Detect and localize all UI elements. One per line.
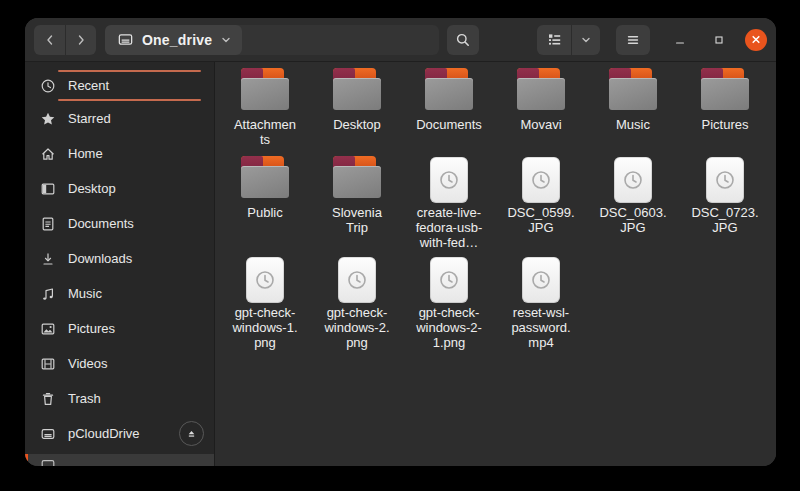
desktop-background: One_drive bbox=[0, 0, 800, 491]
sidebar-item-label: pCloudDrive bbox=[68, 426, 167, 441]
file-name-label: Desktop bbox=[333, 117, 381, 132]
pending-thumbnail-icon bbox=[430, 257, 468, 303]
current-location-button[interactable]: One_drive bbox=[105, 25, 242, 55]
minimize-button[interactable] bbox=[668, 28, 692, 52]
sidebar-item-label: Documents bbox=[68, 216, 204, 231]
list-view-button[interactable] bbox=[537, 25, 571, 55]
sidebar-item-pictures[interactable]: Pictures bbox=[25, 311, 214, 346]
sidebar-item-starred[interactable]: Starred bbox=[25, 101, 214, 136]
folder-icon bbox=[333, 68, 381, 110]
pending-thumbnail-icon bbox=[614, 157, 652, 203]
grid-item-reset-wsl-password[interactable]: reset-wsl- password. mp4 bbox=[495, 256, 587, 356]
file-name-label: DSC_0603. JPG bbox=[599, 205, 666, 235]
download-icon bbox=[40, 251, 56, 267]
clock-glyph bbox=[530, 169, 552, 191]
sidebar-item-label: Downloads bbox=[68, 251, 204, 266]
pending-thumbnail-icon bbox=[522, 157, 560, 203]
music-note-icon bbox=[40, 286, 56, 302]
sidebar-item-downloads[interactable]: Downloads bbox=[25, 241, 214, 276]
maximize-button[interactable] bbox=[707, 28, 731, 52]
grid-item-slovenia-trip[interactable]: Slovenia Trip bbox=[311, 156, 403, 256]
sidebar-item-videos[interactable]: Videos bbox=[25, 346, 214, 381]
folder-icon bbox=[517, 68, 565, 110]
pending-thumbnail-icon bbox=[430, 157, 468, 203]
maximize-icon bbox=[713, 33, 725, 47]
list-view-icon bbox=[547, 32, 562, 47]
clock-glyph bbox=[438, 169, 460, 191]
grid-item-pictures[interactable]: Pictures bbox=[679, 68, 771, 156]
sidebar-item-home[interactable]: Home bbox=[25, 136, 214, 171]
chevron-down-icon bbox=[220, 34, 232, 46]
file-name-label: reset-wsl- password. mp4 bbox=[511, 305, 570, 350]
recent-clock-icon bbox=[40, 78, 56, 94]
home-icon bbox=[40, 146, 56, 162]
minimize-icon bbox=[674, 33, 686, 47]
pending-thumbnail-icon bbox=[522, 257, 560, 303]
grid-item-dsc-0723[interactable]: DSC_0723. JPG bbox=[679, 156, 771, 256]
close-icon bbox=[751, 34, 761, 45]
path-bar: One_drive bbox=[105, 25, 439, 55]
film-icon bbox=[40, 356, 56, 372]
sidebar: Recent Starred Home Desktop Documents bbox=[25, 62, 215, 466]
grid-item-documents[interactable]: Documents bbox=[403, 68, 495, 156]
close-button[interactable] bbox=[745, 29, 767, 51]
grid-item-attachments[interactable]: Attachmen ts bbox=[219, 68, 311, 156]
header-right-controls bbox=[537, 25, 767, 55]
file-name-label: Attachmen ts bbox=[234, 117, 296, 147]
sidebar-item-label: Desktop bbox=[68, 181, 204, 196]
sidebar-item-label: Recent bbox=[68, 78, 204, 93]
grid-item-gpt-check-windows-1[interactable]: gpt-check- windows-1. png bbox=[219, 256, 311, 356]
hamburger-menu-button[interactable] bbox=[616, 25, 650, 55]
folder-icon bbox=[241, 68, 289, 110]
file-browser-content: Attachmen ts Desktop Documents Movavi Mu… bbox=[215, 62, 776, 466]
file-name-label: Movavi bbox=[520, 117, 561, 132]
trash-icon bbox=[40, 391, 56, 407]
sidebar-item-label: Music bbox=[68, 286, 204, 301]
file-name-label: DSC_0723. JPG bbox=[691, 205, 758, 235]
drive-icon bbox=[40, 426, 56, 442]
grid-item-gpt-check-windows-2-1[interactable]: gpt-check- windows-2- 1.png bbox=[403, 256, 495, 356]
back-button[interactable] bbox=[34, 25, 65, 55]
sidebar-item-music[interactable]: Music bbox=[25, 276, 214, 311]
grid-item-music[interactable]: Music bbox=[587, 68, 679, 156]
navigation-buttons bbox=[34, 25, 96, 55]
files-window: One_drive bbox=[25, 18, 776, 466]
pending-thumbnail-icon bbox=[338, 257, 376, 303]
grid-item-gpt-check-windows-2[interactable]: gpt-check- windows-2. png bbox=[311, 256, 403, 356]
picture-icon bbox=[40, 321, 56, 337]
grid-item-public[interactable]: Public bbox=[219, 156, 311, 256]
sidebar-item-pclouddrive[interactable]: pCloudDrive bbox=[25, 416, 214, 451]
pending-thumbnail-icon bbox=[246, 257, 284, 303]
clock-glyph bbox=[714, 169, 736, 191]
file-name-label: Music bbox=[616, 117, 650, 132]
selected-indicator bbox=[25, 454, 28, 466]
view-options-dropdown-button[interactable] bbox=[571, 25, 600, 55]
grid-item-movavi[interactable]: Movavi bbox=[495, 68, 587, 156]
sidebar-item-recent[interactable]: Recent bbox=[25, 72, 214, 99]
grid-item-create-live-fedora[interactable]: create-live- fedora-usb- with-fed… bbox=[403, 156, 495, 256]
desktop-icon bbox=[40, 181, 56, 197]
star-icon bbox=[40, 111, 56, 127]
sidebar-item-documents[interactable]: Documents bbox=[25, 206, 214, 241]
file-name-label: Documents bbox=[416, 117, 482, 132]
forward-button[interactable] bbox=[65, 25, 96, 55]
back-icon bbox=[43, 33, 57, 47]
sidebar-item-selected-partial[interactable] bbox=[25, 454, 214, 466]
grid-item-desktop[interactable]: Desktop bbox=[311, 68, 403, 156]
sidebar-item-label: Home bbox=[68, 146, 204, 161]
sidebar-item-trash[interactable]: Trash bbox=[25, 381, 214, 416]
file-name-label: Slovenia Trip bbox=[332, 205, 382, 235]
document-icon bbox=[40, 216, 56, 232]
pending-thumbnail-icon bbox=[706, 157, 744, 203]
file-name-label: gpt-check- windows-2- 1.png bbox=[416, 305, 482, 350]
search-button[interactable] bbox=[447, 25, 479, 55]
headerbar: One_drive bbox=[25, 18, 776, 62]
file-name-label: gpt-check- windows-2. png bbox=[324, 305, 389, 350]
eject-button[interactable] bbox=[179, 421, 204, 446]
file-name-label: Public bbox=[247, 205, 282, 220]
clock-glyph bbox=[438, 269, 460, 291]
grid-item-dsc-0599[interactable]: DSC_0599. JPG bbox=[495, 156, 587, 256]
sidebar-item-desktop[interactable]: Desktop bbox=[25, 171, 214, 206]
grid-item-dsc-0603[interactable]: DSC_0603. JPG bbox=[587, 156, 679, 256]
hamburger-menu-icon bbox=[626, 33, 640, 47]
